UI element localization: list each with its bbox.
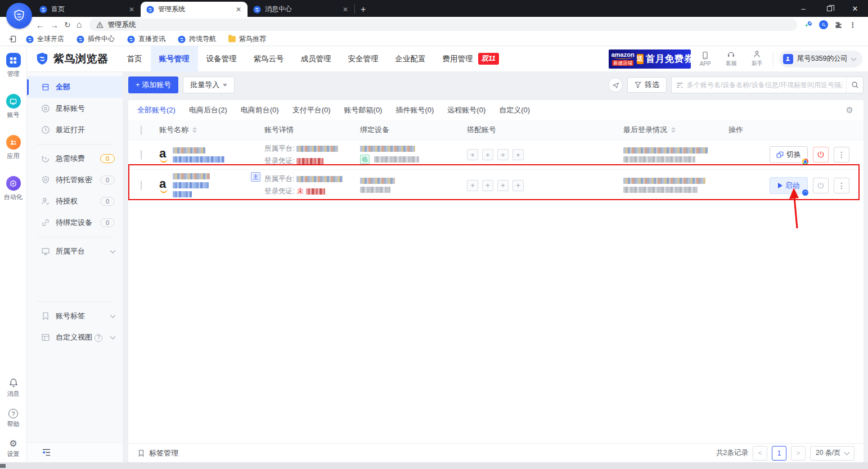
sidebar-item-starred[interactable]: 星标账号 <box>27 98 123 119</box>
rail-item-automation[interactable]: 自动化 <box>4 176 23 201</box>
sidebar-item-pending-auth[interactable]: 待授权 0 <box>27 191 123 212</box>
sidebar-item-custom-view[interactable]: 自定义视图? <box>27 327 123 348</box>
search-input[interactable] <box>683 81 846 89</box>
redacted-text <box>173 182 209 188</box>
power-off-button[interactable] <box>813 147 829 163</box>
search-submit-button[interactable] <box>846 77 863 93</box>
sidebar-item-recent[interactable]: 最近打开 <box>27 119 123 141</box>
row-checkbox[interactable] <box>141 150 142 160</box>
amazon-promo-banner[interactable]: amazon 新建店铺 送 首月免费券 <box>609 49 691 69</box>
launch-button[interactable]: 启动 ◠ <box>770 177 808 194</box>
type-tab-plugin[interactable]: 插件账号(0) <box>395 105 434 115</box>
nav-billing-management[interactable]: 费用管理 <box>434 46 475 72</box>
company-switcher[interactable]: 尾号5359的公司 <box>779 51 862 67</box>
rail-item-settings[interactable]: ⚙ 设置 <box>7 439 20 458</box>
table-row[interactable]: a 所属平台: 登录凭证:未 + + + + <box>128 169 863 201</box>
add-partner-account-button[interactable]: + <box>512 149 524 160</box>
new-tab-button[interactable]: + <box>355 4 372 17</box>
sidebar-item-renewal[interactable]: 急需续费 0 <box>27 148 123 169</box>
prev-page-button[interactable]: < <box>753 446 767 461</box>
browser-tab-messages[interactable]: 消息中心 ✕ <box>248 2 354 17</box>
type-tab-custom[interactable]: 自定义(0) <box>499 105 530 115</box>
sort-icon[interactable] <box>192 127 197 133</box>
more-actions-button[interactable]: ⋮ <box>834 178 849 193</box>
bookmark-item[interactable]: 跨境导航 <box>178 34 216 44</box>
nav-home[interactable]: 首页 <box>119 46 151 72</box>
add-partner-account-button[interactable]: + <box>497 149 509 160</box>
password-key-icon[interactable] <box>819 20 828 29</box>
bookmark-item[interactable]: 插件中心 <box>77 34 115 44</box>
rail-item-help[interactable]: ? 帮助 <box>7 409 20 429</box>
tag-manage-button[interactable]: 标签管理 <box>137 448 178 458</box>
quick-app[interactable]: APP <box>694 51 717 67</box>
tab-close-icon[interactable]: ✕ <box>127 6 136 13</box>
page-size-select[interactable]: 20 条/页 <box>810 446 854 461</box>
quick-beginner[interactable]: 新手 <box>746 50 768 67</box>
type-tab-remote[interactable]: 远程账号(0) <box>447 105 485 115</box>
rail-item-management[interactable]: 管理 <box>6 53 21 78</box>
add-partner-account-button[interactable]: + <box>482 180 493 191</box>
add-partner-account-button[interactable]: + <box>512 180 524 191</box>
browser-tab-home[interactable]: 首页 ✕ <box>34 2 141 17</box>
sidebar-item-platform[interactable]: 所属平台 <box>27 241 123 262</box>
filter-button[interactable]: 筛选 <box>627 77 667 93</box>
row-checkbox[interactable] <box>141 181 142 190</box>
column-settings-gear-icon[interactable]: ⚙ <box>846 105 853 115</box>
reload-icon[interactable]: ↻ <box>64 20 71 29</box>
add-partner-account-button[interactable]: + <box>467 180 478 191</box>
side-panel-exit-icon[interactable] <box>8 35 17 43</box>
quick-support[interactable]: 客服 <box>720 50 743 67</box>
more-actions-button[interactable]: ⋮ <box>834 147 849 163</box>
sidebar-item-tags[interactable]: 账号标签 <box>27 305 123 327</box>
add-partner-account-button[interactable]: + <box>497 180 509 191</box>
sidebar-item-pending-bind[interactable]: 待绑定设备 0 <box>27 212 123 233</box>
window-restore-button[interactable] <box>816 0 842 17</box>
type-tab-backend[interactable]: 电商后台(2) <box>189 105 227 115</box>
rail-item-messages[interactable]: 消息 <box>7 378 20 398</box>
home-icon[interactable]: ⌂ <box>77 20 82 30</box>
add-partner-account-button[interactable]: + <box>467 149 478 160</box>
power-off-button[interactable] <box>813 178 829 193</box>
send-location-button[interactable] <box>608 78 623 92</box>
forward-icon[interactable]: → <box>50 20 59 30</box>
nav-device-management[interactable]: 设备管理 <box>198 46 245 72</box>
bulk-import-button[interactable]: 批量导入 <box>183 76 235 93</box>
select-all-checkbox[interactable] <box>141 125 142 135</box>
sidebar-item-credential-hosting[interactable]: 待托管账密 0 <box>27 169 123 191</box>
rocket-icon[interactable] <box>804 20 813 29</box>
bookmark-folder[interactable]: 紫鸟推荐 <box>228 34 266 44</box>
switch-account-button[interactable]: 切换 <box>770 146 808 163</box>
page-number-button[interactable]: 1 <box>772 446 786 461</box>
left-rail: 管理 账号 应用 自动化 消息 ? 帮助 ⚙ 设置 <box>0 46 27 469</box>
browser-tab-admin[interactable]: 管理系统 ✕ <box>141 2 248 17</box>
window-close-button[interactable]: ✕ <box>842 0 868 17</box>
sort-icon[interactable] <box>671 127 676 133</box>
table-row[interactable]: a 所属平台: 登录凭证: 主 临 + + + + <box>128 139 863 169</box>
add-partner-account-button[interactable]: + <box>482 149 493 160</box>
sidebar-item-all[interactable]: 全部 <box>27 76 123 98</box>
rail-item-apps[interactable]: 应用 <box>6 135 21 160</box>
collapse-panel-icon[interactable] <box>42 448 51 457</box>
nav-security-management[interactable]: 安全管理 <box>340 46 387 72</box>
type-tab-email[interactable]: 账号邮箱(0) <box>344 105 383 115</box>
bookmark-item[interactable]: 直播资讯 <box>127 34 165 44</box>
add-account-button[interactable]: + 添加账号 <box>128 76 178 93</box>
type-tab-all[interactable]: 全部账号(2) <box>137 105 176 115</box>
nav-member-management[interactable]: 成员管理 <box>293 46 340 72</box>
browser-menu-icon[interactable]: ⋮ <box>849 21 856 29</box>
nav-cloud-accounts[interactable]: 紫鸟云号 <box>245 46 293 72</box>
next-page-button[interactable]: > <box>791 446 806 461</box>
extensions-puzzle-icon[interactable] <box>834 21 843 29</box>
window-minimize-button[interactable]: – <box>790 0 816 17</box>
url-omnibox[interactable]: 管理系统 <box>89 19 797 31</box>
tab-close-icon[interactable]: ✕ <box>341 6 350 13</box>
type-tab-payment[interactable]: 支付平台(0) <box>293 105 331 115</box>
type-tab-frontend[interactable]: 电商前台(0) <box>241 105 279 115</box>
tab-close-icon[interactable]: ✕ <box>234 6 243 13</box>
bookmark-item[interactable]: 全球开店 <box>26 34 64 44</box>
nav-account-management[interactable]: 账号管理 <box>151 46 198 72</box>
help-circle-icon[interactable]: ? <box>95 334 102 342</box>
back-icon[interactable]: ← <box>36 20 44 30</box>
nav-enterprise-config[interactable]: 企业配置 <box>387 46 434 72</box>
rail-item-accounts[interactable]: 账号 <box>6 94 21 119</box>
